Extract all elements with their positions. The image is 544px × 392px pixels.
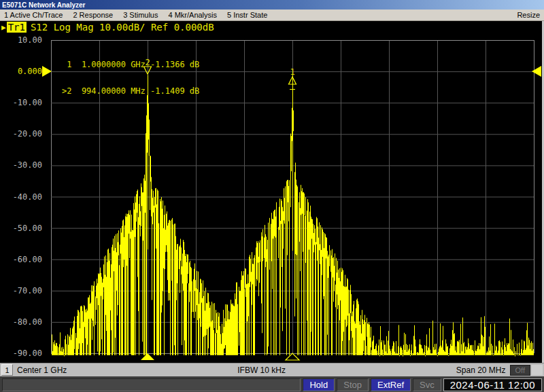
y-axis-label: -80.00 xyxy=(0,317,42,327)
y-axis-label: -10.00 xyxy=(0,98,42,107)
trace-name-badge[interactable]: Tr1 xyxy=(7,22,27,33)
y-axis-label: 10.00 xyxy=(0,35,42,45)
y-axis-label: -50.00 xyxy=(0,224,42,233)
status-message-area xyxy=(2,378,301,391)
entry-bar: 1 Center 1 GHz IFBW 10 kHz Span 20 MHz O… xyxy=(0,363,544,376)
extref-indicator[interactable]: ExtRef xyxy=(371,378,411,391)
datetime-display: 2024-06-11 12:00 xyxy=(443,378,542,391)
y-axis-label: -70.00 xyxy=(0,286,42,296)
resize-button[interactable]: Resize xyxy=(517,11,540,19)
off-button[interactable]: Off xyxy=(510,365,530,376)
y-axis-label: -60.00 xyxy=(0,255,42,264)
menu-response[interactable]: 2 Response xyxy=(73,11,113,19)
stop-indicator[interactable]: Stop xyxy=(337,378,369,391)
ifbw-label[interactable]: IFBW 10 kHz xyxy=(237,366,286,375)
y-axis-label: -90.00 xyxy=(0,349,42,358)
svc-indicator[interactable]: Svc xyxy=(413,378,441,391)
analyzer-screen: E5071C Network Analyzer 1 Active Ch/Trac… xyxy=(0,0,544,392)
y-axis-reference-label: 0.000 xyxy=(0,67,42,76)
marker-readout-row-2: >2 994.00000 MHz -1.1409 dB xyxy=(62,87,199,96)
y-axis-label: -30.00 xyxy=(0,160,42,170)
menu-active-ch-trace[interactable]: 1 Active Ch/Trace xyxy=(4,11,63,19)
menu-mkr-analysis[interactable]: 4 Mkr/Analysis xyxy=(168,11,217,19)
active-trace-arrow-icon: ▶ xyxy=(1,23,6,32)
display-area: 12 ▶ Tr1 S12 Log Mag 10.00dB/ Ref 0.000d… xyxy=(0,21,544,363)
status-bar: Hold Stop ExtRef Svc 2024-06-11 12:00 xyxy=(0,376,544,392)
menu-stimulus[interactable]: 3 Stimulus xyxy=(123,11,158,19)
menu-instr-state[interactable]: 5 Instr State xyxy=(227,11,267,19)
hold-indicator[interactable]: Hold xyxy=(303,378,335,391)
span-label[interactable]: Span 20 MHz xyxy=(456,366,506,375)
entry-bar-filler xyxy=(532,365,543,375)
y-axis-label: -20.00 xyxy=(0,129,42,139)
marker-readout: 1 1.0000000 GHz -1.1366 dB >2 994.00000 … xyxy=(62,43,199,113)
channel-number-box[interactable]: 1 xyxy=(1,364,13,376)
trace-status-line: ▶ Tr1 S12 Log Mag 10.00dB/ Ref 0.000dB xyxy=(1,22,214,33)
y-axis-label: -40.00 xyxy=(0,192,42,202)
window-title: E5071C Network Analyzer xyxy=(2,1,85,9)
svg-text:1: 1 xyxy=(290,67,294,77)
trace-format-text: S12 Log Mag 10.00dB/ Ref 0.000dB xyxy=(31,22,214,33)
menu-bar: 1 Active Ch/Trace 2 Response 3 Stimulus … xyxy=(0,10,544,21)
center-frequency-label[interactable]: Center 1 GHz xyxy=(17,366,67,375)
marker-readout-row-1: 1 1.0000000 GHz -1.1366 dB xyxy=(62,60,199,69)
window-titlebar: E5071C Network Analyzer xyxy=(0,0,544,10)
